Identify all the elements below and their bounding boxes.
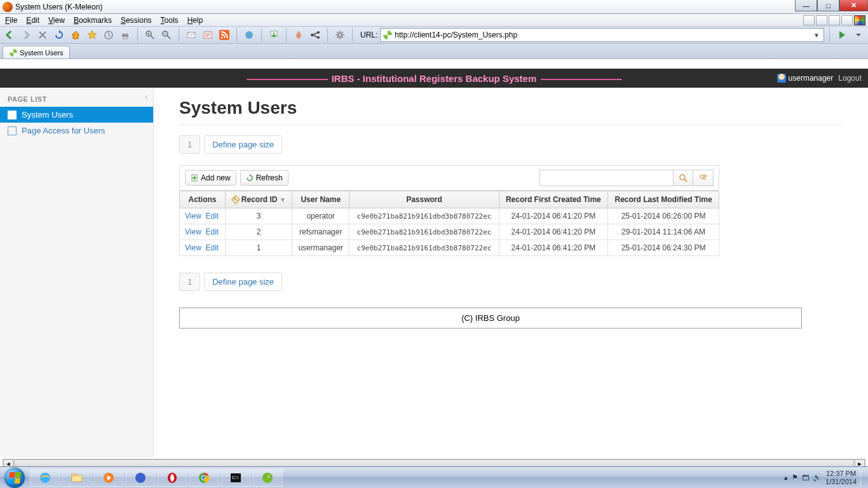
edit-link[interactable]: Edit bbox=[205, 227, 219, 236]
taskbar-suse[interactable] bbox=[252, 469, 283, 487]
taskbar-opera[interactable] bbox=[157, 469, 187, 487]
home-button[interactable] bbox=[69, 28, 83, 42]
svg-point-19 bbox=[680, 175, 685, 180]
page-number[interactable]: 1 bbox=[179, 135, 200, 154]
kmeleon-icon[interactable] bbox=[854, 15, 865, 25]
forward-button[interactable] bbox=[19, 28, 33, 42]
stop-button[interactable] bbox=[36, 28, 50, 42]
menu-edit[interactable]: Edit bbox=[26, 16, 39, 25]
advanced-search-button[interactable] bbox=[693, 170, 714, 186]
cell-created: 24-01-2014 06:41:20 PM bbox=[499, 224, 607, 240]
svg-point-26 bbox=[135, 473, 146, 483]
refresh-button[interactable]: Refresh bbox=[240, 170, 288, 186]
refresh-icon bbox=[246, 174, 254, 182]
sidebar-item-system-users[interactable]: System Users bbox=[0, 107, 153, 123]
taskbar-firefox[interactable] bbox=[125, 469, 156, 487]
gear-icon[interactable] bbox=[333, 28, 347, 42]
show-desktop-button[interactable] bbox=[860, 469, 865, 487]
sidebar-collapse-icon[interactable]: ‹ bbox=[145, 92, 148, 102]
svg-point-13 bbox=[297, 31, 300, 34]
avatar-icon bbox=[777, 74, 786, 83]
back-button[interactable] bbox=[3, 28, 17, 42]
maximize-button[interactable]: □ bbox=[817, 0, 839, 11]
logout-link[interactable]: Logout bbox=[838, 74, 862, 83]
col-record-id[interactable]: ⚿ Record ID ▼ bbox=[226, 191, 292, 208]
svg-point-36 bbox=[268, 476, 269, 477]
taskbar-cmd[interactable]: C:\ bbox=[220, 469, 251, 487]
taskbar-media[interactable] bbox=[93, 469, 124, 487]
taskbar-explorer[interactable] bbox=[62, 469, 92, 487]
news-icon[interactable] bbox=[201, 28, 215, 42]
define-page-size-button[interactable]: Define page size bbox=[204, 273, 282, 291]
cell-created: 24-01-2014 06:41:20 PM bbox=[499, 208, 607, 224]
url-text: http://client14-pc/System_Users.php bbox=[395, 30, 517, 39]
cell-created: 24-01-2014 06:41:20 PM bbox=[499, 240, 607, 256]
cascade-icon[interactable] bbox=[816, 15, 827, 25]
bug-icon[interactable] bbox=[292, 28, 306, 42]
taskbar-chrome[interactable] bbox=[189, 469, 219, 487]
define-page-size-button[interactable]: Define page size bbox=[204, 135, 282, 154]
tray-expand-icon[interactable]: ▴ bbox=[784, 473, 788, 482]
search-input[interactable] bbox=[539, 170, 673, 186]
current-user[interactable]: usermanager bbox=[777, 74, 834, 83]
minimize-button[interactable]: — bbox=[795, 0, 817, 11]
globe-icon[interactable] bbox=[242, 28, 256, 42]
url-dropdown-icon[interactable]: ▼ bbox=[812, 32, 821, 39]
col-created[interactable]: Record First Created Time bbox=[499, 191, 607, 208]
search-button[interactable] bbox=[673, 170, 693, 186]
view-link[interactable]: View bbox=[185, 227, 201, 236]
col-password[interactable]: Password bbox=[349, 191, 499, 208]
edit-link[interactable]: Edit bbox=[205, 212, 219, 220]
menu-view[interactable]: View bbox=[48, 16, 65, 25]
svg-point-14 bbox=[311, 34, 313, 36]
tab-system-users[interactable]: System Users bbox=[3, 46, 70, 58]
close-button[interactable]: ✕ bbox=[839, 0, 868, 11]
window-titlebar: System Users (K-Meleon) — □ ✕ bbox=[0, 0, 868, 14]
menu-help[interactable]: Help bbox=[187, 16, 203, 25]
zoom-in-icon[interactable] bbox=[143, 28, 157, 42]
add-new-button[interactable]: Add new bbox=[185, 170, 236, 186]
menu-tools[interactable]: Tools bbox=[161, 16, 179, 25]
network-icon[interactable]: 🗔 bbox=[802, 474, 809, 482]
print-icon[interactable] bbox=[118, 28, 132, 42]
menu-file[interactable]: File bbox=[5, 16, 17, 25]
volume-icon[interactable]: 🔊 bbox=[813, 473, 822, 482]
mail-icon[interactable] bbox=[184, 28, 198, 42]
key-icon: ⚿ bbox=[229, 194, 241, 205]
taskbar-ie[interactable] bbox=[30, 469, 60, 487]
view-link[interactable]: View bbox=[185, 212, 201, 220]
zoom-out-icon[interactable] bbox=[159, 28, 173, 42]
bookmark-star-icon[interactable] bbox=[85, 28, 99, 42]
download-icon[interactable] bbox=[267, 28, 281, 42]
go-dropdown-icon[interactable] bbox=[851, 28, 865, 42]
clock[interactable]: 12:37 PM 1/31/2014 bbox=[825, 470, 857, 485]
restore-icon[interactable] bbox=[803, 15, 815, 25]
browser-toolbar: URL: http://client14-pc/System_Users.php… bbox=[0, 27, 868, 44]
col-username[interactable]: User Name bbox=[292, 191, 349, 208]
svg-point-9 bbox=[221, 37, 223, 39]
menu-sessions[interactable]: Sessions bbox=[121, 16, 152, 25]
menu-bookmarks[interactable]: Bookmarks bbox=[74, 16, 112, 25]
svg-point-15 bbox=[317, 31, 320, 34]
app-icon bbox=[3, 2, 13, 12]
view-link[interactable]: View bbox=[185, 243, 201, 252]
share-icon[interactable] bbox=[308, 28, 322, 42]
svg-text:C:\: C:\ bbox=[232, 475, 239, 480]
flag-icon[interactable]: ⚑ bbox=[792, 473, 798, 482]
cell-user: usermanager bbox=[292, 240, 349, 256]
go-button[interactable] bbox=[835, 28, 849, 42]
page-title: System Users bbox=[179, 98, 843, 118]
sidebar-item-page-access[interactable]: Page Access for Users bbox=[0, 123, 153, 139]
rss-icon[interactable] bbox=[217, 28, 231, 42]
history-icon[interactable] bbox=[102, 28, 116, 42]
edit-link[interactable]: Edit bbox=[205, 243, 219, 252]
tile-icon[interactable] bbox=[829, 15, 840, 25]
url-input[interactable]: http://client14-pc/System_Users.php ▼ bbox=[380, 28, 824, 42]
reload-button[interactable] bbox=[52, 28, 66, 42]
page-number[interactable]: 1 bbox=[179, 273, 200, 291]
grid-toolbar: Add new Refresh bbox=[179, 165, 719, 191]
close-panel-icon[interactable] bbox=[841, 15, 853, 25]
col-modified[interactable]: Record Last Modified Time bbox=[608, 191, 719, 208]
start-button[interactable] bbox=[0, 467, 29, 489]
cell-id: 3 bbox=[226, 208, 292, 224]
